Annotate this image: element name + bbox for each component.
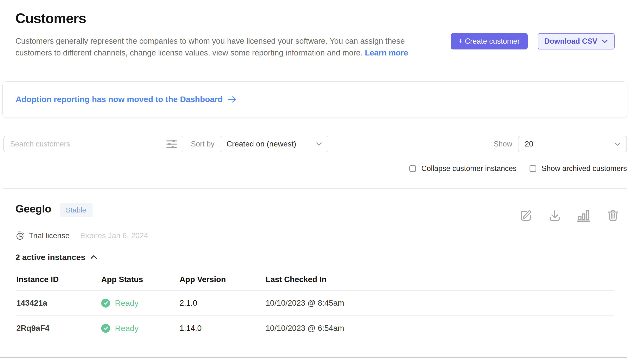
edit-customer-button[interactable]: [519, 209, 533, 222]
show-control: Show 20: [494, 136, 627, 152]
adoption-banner: Adoption reporting has now moved to the …: [3, 82, 627, 118]
filter-controls: Sort by Created on (newest) Show 20: [3, 136, 627, 152]
trial-timer-icon: [15, 231, 25, 240]
delete-customer-button[interactable]: [606, 209, 620, 222]
page-bottom-divider: [0, 357, 627, 358]
app-status: Ready: [101, 298, 179, 308]
customer-actions: [519, 209, 620, 222]
learn-more-link[interactable]: Learn more: [365, 48, 408, 57]
sort-by-label: Sort by: [191, 140, 215, 148]
status-label: Ready: [115, 298, 138, 308]
instances-toggle-label: 2 active instances: [15, 252, 85, 262]
header-app-status: App Status: [101, 275, 179, 284]
collapse-instances-option[interactable]: Collapse customer instances: [409, 164, 517, 173]
table-row: 143421a Ready 2.1.0 10/10/2023 @ 8:45am: [16, 291, 614, 316]
customer-card: Geeglo Stable: [0, 189, 637, 341]
instance-id: 2Rq9aF4: [16, 324, 101, 333]
download-csv-button[interactable]: Download CSV: [538, 33, 615, 50]
filter-sliders-icon[interactable]: [166, 138, 177, 150]
sort-select-value: Created on (newest): [227, 140, 296, 148]
bar-chart-icon: [577, 220, 591, 223]
header-last-checked-in: Last Checked In: [266, 275, 614, 284]
page-description-text: Customers generally represent the compan…: [15, 36, 405, 57]
header-app-version: App Version: [179, 275, 266, 284]
chevron-down-icon: [614, 142, 621, 146]
edit-icon: [519, 220, 533, 223]
header-text-block: Customers Customers generally represent …: [15, 10, 419, 59]
collapse-instances-label: Collapse customer instances: [421, 164, 517, 173]
chevron-up-icon: [90, 255, 97, 260]
create-customer-button[interactable]: + Create customer: [451, 33, 528, 50]
arrow-right-icon: [228, 96, 237, 103]
last-checked-in: 10/10/2023 @ 8:45am: [266, 298, 614, 308]
license-type: Trial license: [29, 231, 70, 240]
customer-header: Geeglo Stable: [15, 203, 620, 222]
reporting-button[interactable]: [577, 209, 591, 222]
header-instance-id: Instance ID: [16, 275, 101, 284]
chevron-down-icon: [316, 142, 322, 146]
customer-name[interactable]: Geeglo: [15, 203, 52, 215]
page-title: Customers: [15, 10, 419, 26]
status-check-icon: [101, 299, 110, 308]
page-description: Customers generally represent the compan…: [15, 35, 419, 59]
license-row: Trial license Expires Jan 6, 2024: [15, 231, 620, 240]
chevron-down-icon: [602, 39, 608, 44]
show-archived-label: Show archived customers: [542, 164, 627, 173]
app-version: 1.14.0: [179, 324, 266, 333]
instances-table: Instance ID App Status App Version Last …: [16, 271, 614, 341]
channel-badge: Stable: [60, 203, 93, 217]
download-csv-label: Download CSV: [544, 37, 597, 46]
status-label: Ready: [115, 324, 138, 333]
status-check-icon: [101, 324, 110, 333]
app-version: 2.1.0: [179, 298, 266, 308]
collapse-instances-checkbox[interactable]: [409, 165, 416, 172]
adoption-banner-link[interactable]: Adoption reporting has now moved to the …: [16, 94, 237, 104]
show-select-value: 20: [525, 140, 533, 148]
table-header-row: Instance ID App Status App Version Last …: [16, 271, 614, 291]
show-archived-checkbox[interactable]: [530, 165, 536, 172]
trash-icon: [606, 220, 620, 223]
show-label: Show: [494, 140, 512, 148]
instance-id: 143421a: [16, 298, 101, 308]
app-status: Ready: [101, 324, 179, 333]
show-archived-option[interactable]: Show archived customers: [530, 164, 627, 173]
adoption-banner-text: Adoption reporting has now moved to the …: [16, 94, 223, 104]
checkbox-row: Collapse customer instances Show archive…: [0, 164, 627, 173]
table-row: 2Rq9aF4 Ready 1.14.0 10/10/2023 @ 6:54am: [16, 316, 614, 341]
instances-toggle[interactable]: 2 active instances: [15, 252, 97, 262]
header-actions: + Create customer Download CSV: [451, 33, 615, 59]
sort-select[interactable]: Created on (newest): [220, 136, 328, 152]
license-expiry: Expires Jan 6, 2024: [80, 231, 148, 240]
last-checked-in: 10/10/2023 @ 6:54am: [266, 324, 614, 333]
search-box[interactable]: [3, 136, 183, 152]
page-header: Customers Customers generally represent …: [0, 0, 637, 59]
search-input[interactable]: [10, 140, 166, 148]
show-select[interactable]: 20: [518, 136, 627, 152]
download-icon: [548, 220, 561, 223]
download-customer-button[interactable]: [548, 209, 561, 222]
